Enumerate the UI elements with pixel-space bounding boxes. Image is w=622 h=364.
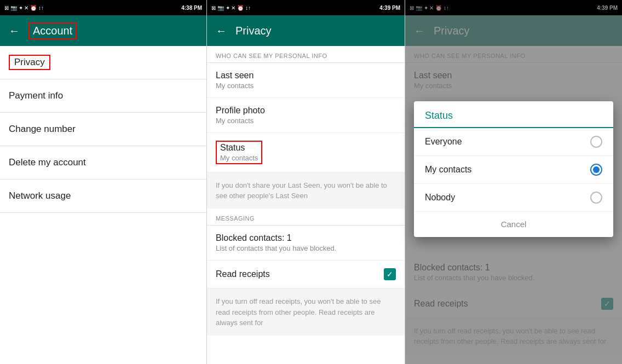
back-button-2[interactable]: ← — [216, 25, 227, 37]
panel-privacy: ⊠ 📷 ✦ ✕ ⏰ ↕↑ 4:39 PM ← Privacy WHO CAN S… — [207, 0, 405, 364]
status-bar-3: ⊠ 📷 ✦ ✕ ⏰ ↕↑ 4:39 PM — [405, 0, 622, 15]
menu-item-change-number[interactable]: Change number — [0, 113, 206, 146]
checkmark-icon-2: ✓ — [387, 270, 393, 279]
status-icons-left-2: ⊠ 📷 ✦ ✕ ⏰ ↕↑ — [211, 5, 251, 11]
toolbar-title-privacy-2: Privacy — [235, 25, 272, 37]
dialog-option-nobody-label: Nobody — [425, 193, 455, 203]
radio-mycontacts-inner — [593, 166, 600, 173]
read-receipts-info-2: If you turn off read receipts, you won't… — [207, 288, 405, 336]
dialog-option-everyone-label: Everyone — [425, 137, 462, 147]
blocked-title-2: Blocked contacts: 1 — [216, 233, 396, 243]
read-receipts-checkbox-2[interactable]: ✓ — [384, 268, 396, 280]
status-dialog: Status Everyone My contacts Nobody Cance… — [414, 101, 613, 237]
menu-item-network-usage[interactable]: Network usage — [0, 180, 206, 213]
last-seen-info-2: If you don't share your Last Seen, you w… — [207, 172, 405, 209]
status-bar-1: ⊠ 📷 ✦ ✕ ⏰ ↕↑ 4:38 PM — [0, 0, 206, 15]
dialog-option-nobody[interactable]: Nobody — [414, 184, 613, 212]
read-receipts-info-text-2: If you turn off read receipts, you won't… — [216, 297, 381, 326]
radio-mycontacts[interactable] — [590, 164, 602, 176]
status-icons: ⊠ 📷 ✦ ✕ ⏰ ↕↑ — [4, 5, 44, 11]
last-seen-row-3: Last seen My contacts — [405, 63, 622, 98]
toolbar-account: ← Account — [0, 15, 206, 46]
back-button-3: ← — [414, 25, 425, 37]
menu-item-payment[interactable]: Payment info — [0, 79, 206, 113]
status-highlighted-box: Status My contacts — [216, 141, 262, 164]
last-seen-title-3: Last seen — [414, 71, 613, 80]
last-seen-title-2: Last seen — [216, 71, 396, 80]
radio-nobody[interactable] — [590, 192, 602, 204]
menu-item-change-number-label: Change number — [9, 124, 76, 134]
menu-item-privacy[interactable]: Privacy — [0, 46, 206, 79]
status-icons-2: ⊠ 📷 ✦ ✕ ⏰ ↕↑ — [211, 5, 251, 11]
read-receipts-info-3: If you turn off read receipts, you won't… — [405, 318, 622, 354]
status-time-3: 4:39 PM — [597, 5, 618, 11]
toolbar-privacy-3: ← Privacy — [405, 15, 622, 46]
profile-photo-title-2: Profile photo — [216, 106, 396, 115]
dialog-cancel-label: Cancel — [501, 219, 527, 229]
blocked-contacts-row-2[interactable]: Blocked contacts: 1 List of contacts tha… — [207, 226, 405, 261]
who-can-see-header-3: WHO CAN SEE MY PERSONAL INFO — [405, 46, 622, 62]
status-time-2: 4:39 PM — [379, 5, 400, 11]
menu-item-delete-account[interactable]: Delete my account — [0, 146, 206, 180]
blocked-subtitle-3: List of contacts that you have blocked. — [414, 274, 613, 282]
radio-everyone[interactable] — [590, 136, 602, 148]
status-title-2: Status — [220, 143, 258, 153]
last-seen-subtitle-3: My contacts — [414, 82, 613, 90]
checkmark-icon-3: ✓ — [604, 299, 611, 308]
dialog-option-everyone[interactable]: Everyone — [414, 128, 613, 156]
status-icons-left: ⊠ 📷 ✦ ✕ ⏰ ↕↑ — [4, 5, 44, 11]
menu-item-payment-label: Payment info — [9, 90, 63, 101]
dialog-cancel-button[interactable]: Cancel — [414, 212, 613, 237]
toolbar-privacy-2: ← Privacy — [207, 15, 405, 46]
toolbar-title-account: Account — [28, 22, 77, 39]
panel-privacy-dialog: ⊠ 📷 ✦ ✕ ⏰ ↕↑ 4:39 PM ← Privacy WHO CAN S… — [405, 0, 622, 364]
status-row-2[interactable]: Status My contacts — [207, 133, 405, 172]
read-receipts-label-2: Read receipts — [216, 269, 270, 279]
privacy-label: Privacy — [14, 57, 45, 67]
profile-photo-subtitle-2: My contacts — [216, 117, 396, 125]
status-icons-left-3: ⊠ 📷 ✦ ✕ ⏰ ↕↑ — [410, 5, 449, 11]
last-seen-subtitle-2: My contacts — [216, 82, 396, 90]
blocked-title-3: Blocked contacts: 1 — [414, 263, 613, 273]
blocked-row-3: Blocked contacts: 1 List of contacts tha… — [405, 255, 622, 290]
last-seen-row-2[interactable]: Last seen My contacts — [207, 63, 405, 98]
read-receipts-info-text-3: If you turn off read receipts, you won't… — [414, 327, 606, 345]
read-receipts-checkbox-3: ✓ — [601, 298, 613, 310]
panel-account: ⊠ 📷 ✦ ✕ ⏰ ↕↑ 4:38 PM ← Account Privacy P… — [0, 0, 207, 364]
last-seen-info-text-2: If you don't share your Last Seen, you w… — [216, 181, 387, 200]
dialog-option-mycontacts[interactable]: My contacts — [414, 156, 613, 184]
read-receipts-row-3: Read receipts ✓ — [405, 290, 622, 318]
toolbar-title-privacy-3: Privacy — [434, 25, 470, 37]
status-subtitle-2: My contacts — [220, 154, 258, 162]
messaging-header-2: MESSAGING — [207, 209, 405, 225]
dialog-title: Status — [414, 101, 613, 128]
account-menu: Privacy Payment info Change number Delet… — [0, 46, 206, 364]
blocked-subtitle-2: List of contacts that you have blocked. — [216, 244, 396, 252]
dialog-option-mycontacts-label: My contacts — [425, 165, 471, 175]
who-can-see-header-2: WHO CAN SEE MY PERSONAL INFO — [207, 46, 405, 62]
privacy-label-box: Privacy — [9, 55, 50, 70]
status-time-1: 4:38 PM — [181, 5, 202, 11]
back-button-1[interactable]: ← — [9, 25, 20, 37]
menu-item-delete-account-label: Delete my account — [9, 157, 86, 167]
status-icons-3: ⊠ 📷 ✦ ✕ ⏰ ↕↑ — [410, 5, 449, 11]
read-receipts-label-3: Read receipts — [414, 299, 468, 309]
read-receipts-row-2[interactable]: Read receipts ✓ — [207, 261, 405, 288]
status-bar-2: ⊠ 📷 ✦ ✕ ⏰ ↕↑ 4:39 PM — [207, 0, 405, 15]
menu-item-network-usage-label: Network usage — [9, 190, 71, 201]
profile-photo-row-2[interactable]: Profile photo My contacts — [207, 98, 405, 133]
